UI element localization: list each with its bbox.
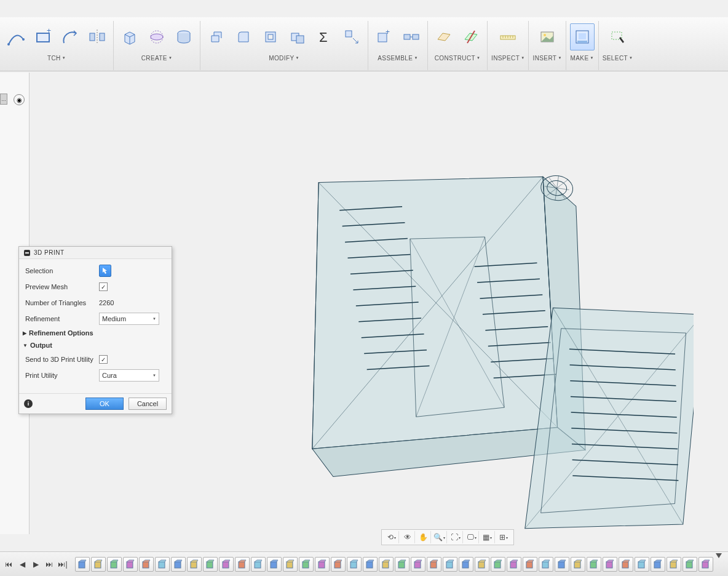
timeline-play-icon[interactable]: ▶ (30, 558, 42, 570)
timeline-feature-item[interactable] (411, 557, 425, 572)
display-settings-icon[interactable]: 🖵▾ (464, 531, 479, 543)
pan-icon[interactable]: ✋ (416, 531, 431, 543)
timeline-feature-item[interactable] (475, 557, 489, 572)
timeline-feature-item[interactable] (459, 557, 473, 572)
timeline-feature-item[interactable] (219, 557, 234, 572)
timeline-feature-item[interactable] (682, 557, 697, 572)
timeline-feature-item[interactable] (635, 557, 649, 572)
timeline-rewind-start-icon[interactable]: ⏮ (2, 558, 15, 570)
timeline-feature-item[interactable] (651, 557, 665, 572)
timeline-feature-item[interactable] (123, 557, 138, 572)
sweep-icon[interactable] (172, 23, 196, 50)
extrude-icon[interactable] (117, 23, 142, 50)
cancel-button[interactable]: Cancel (129, 398, 167, 410)
timeline-feature-item[interactable] (395, 557, 410, 572)
timeline-feature-item[interactable] (315, 557, 330, 572)
timeline-feature-item[interactable] (603, 557, 617, 572)
timeline-feature-item[interactable] (331, 557, 346, 572)
timeline-feature-item[interactable] (555, 557, 569, 572)
axis-icon[interactable] (459, 23, 483, 50)
timeline-feature-item[interactable] (187, 557, 202, 572)
timeline-feature-item[interactable] (587, 557, 601, 572)
collapse-icon[interactable] (24, 250, 30, 256)
group-label-create[interactable]: CREATE▼ (141, 53, 173, 63)
dialog-header[interactable]: 3D PRINT (19, 247, 172, 259)
timeline-feature-item[interactable] (75, 557, 90, 572)
timeline-feature-item[interactable] (107, 557, 122, 572)
ok-button[interactable]: OK (85, 398, 124, 410)
select-icon[interactable] (606, 23, 630, 50)
group-label-select[interactable]: SELECT▼ (603, 53, 633, 63)
timeline-feature-item[interactable] (507, 557, 521, 572)
look-icon[interactable]: 👁 (400, 531, 415, 543)
grid-icon[interactable]: ▦▾ (480, 531, 495, 543)
component-icon[interactable]: + (372, 23, 397, 50)
viewports-icon[interactable]: ⊞▾ (496, 531, 511, 543)
timeline-feature-item[interactable] (171, 557, 186, 572)
fit-icon[interactable]: ⛶▾ (448, 531, 463, 543)
timeline-feature-item[interactable] (139, 557, 154, 572)
timeline-step-back-icon[interactable]: ◀ (16, 558, 28, 570)
timeline-feature-item[interactable] (347, 557, 362, 572)
combine-icon[interactable] (285, 23, 310, 50)
insert-image-icon[interactable] (535, 23, 560, 50)
timeline-feature-item[interactable] (91, 557, 106, 572)
timeline-feature-item[interactable] (379, 557, 394, 572)
refinement-options-header[interactable]: ▶Refinement Options (19, 327, 172, 339)
timeline-feature-item[interactable] (235, 557, 250, 572)
timeline-feature-item[interactable] (523, 557, 537, 572)
group-label-inspect[interactable]: INSPECT▼ (491, 53, 524, 63)
revolve-icon[interactable] (144, 23, 169, 50)
align-icon[interactable] (339, 23, 364, 50)
selection-picker-button[interactable] (99, 265, 111, 277)
preview-mesh-checkbox[interactable]: ✓ (99, 282, 108, 291)
info-icon[interactable]: i (24, 399, 33, 408)
timeline-feature-item[interactable] (667, 557, 681, 572)
timeline-feature-item[interactable] (491, 557, 505, 572)
timeline-marker-icon[interactable] (716, 553, 722, 558)
plane-icon[interactable] (432, 23, 456, 50)
measure-icon[interactable] (496, 23, 520, 50)
refinement-select[interactable]: Medium▼ (99, 313, 159, 325)
timeline-feature-item[interactable] (299, 557, 314, 572)
timeline-feature-item[interactable] (539, 557, 553, 572)
sigma-icon[interactable]: Σ (312, 23, 337, 50)
print-utility-select[interactable]: Cura▼ (99, 369, 159, 382)
joint-icon[interactable] (399, 23, 424, 50)
timeline-step-fwd-icon[interactable]: ⏭ (43, 558, 55, 570)
output-header[interactable]: ▼Output (19, 339, 172, 351)
timeline-feature-item[interactable] (363, 557, 378, 572)
timeline-feature-item[interactable] (203, 557, 218, 572)
timeline-feature-item[interactable] (155, 557, 170, 572)
group-label-make[interactable]: MAKE▼ (571, 53, 594, 63)
shell-icon[interactable] (258, 23, 283, 50)
svg-rect-117 (638, 562, 644, 568)
fillet-icon[interactable] (231, 23, 256, 50)
orbit-icon[interactable]: ⟲▾ (384, 531, 399, 543)
presspull-icon[interactable] (204, 23, 229, 50)
zoom-icon[interactable]: 🔍▾ (432, 531, 447, 543)
timeline-feature-item[interactable] (267, 557, 282, 572)
3d-print-icon[interactable] (570, 23, 595, 50)
send-utility-checkbox[interactable]: ✓ (99, 355, 108, 364)
timeline-feature-item[interactable] (443, 557, 457, 572)
sketch-line-icon[interactable] (4, 23, 28, 50)
timeline-feature-item[interactable] (427, 557, 441, 572)
timeline-end-icon[interactable]: ⏭| (57, 558, 69, 570)
svg-text:+: + (47, 27, 51, 35)
sketch-mirror-icon[interactable] (85, 23, 109, 50)
group-label-insert[interactable]: INSERT▼ (532, 53, 561, 63)
timeline-feature-item[interactable] (283, 557, 298, 572)
timeline-feature-item[interactable] (698, 557, 713, 572)
group-label-sketch[interactable]: TCH▼ (47, 53, 66, 63)
timeline-feature-item[interactable] (571, 557, 585, 572)
sketch-arc-icon[interactable] (58, 23, 82, 50)
sidebar-collapse-tab[interactable]: … (0, 94, 7, 105)
sketch-rect-icon[interactable]: + (31, 23, 55, 50)
group-label-construct[interactable]: CONSTRUCT▼ (435, 53, 481, 63)
pin-icon[interactable]: ◉ (14, 94, 25, 105)
timeline-feature-item[interactable] (251, 557, 266, 572)
group-label-modify[interactable]: MODIFY▼ (269, 53, 299, 63)
timeline-feature-item[interactable] (619, 557, 633, 572)
group-label-assemble[interactable]: ASSEMBLE▼ (378, 53, 417, 63)
